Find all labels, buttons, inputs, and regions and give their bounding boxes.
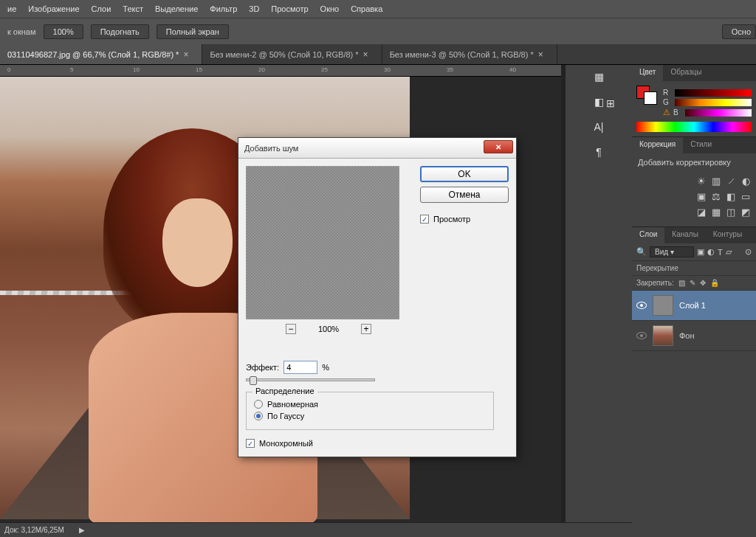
levels-icon[interactable]: ▥ [712,176,721,187]
close-icon[interactable]: × [363,49,368,60]
menu-item[interactable]: Справка [351,4,382,13]
filter-icon[interactable]: ▣ [697,247,704,257]
arrange-label: к окнам [7,27,36,36]
lock-pixels-icon[interactable]: ▨ [678,279,685,287]
tab-paths[interactable]: Контуры [706,227,749,243]
invert-icon[interactable]: ▣ [697,191,706,202]
r-slider[interactable] [675,89,752,97]
dialog-titlebar[interactable]: Добавить шум ✕ [238,138,516,159]
menu-item[interactable]: 3D [249,4,259,13]
ok-button[interactable]: OK [420,166,509,182]
exposure-icon[interactable]: ◐ [742,176,750,187]
curves-icon[interactable]: ⟋ [726,176,736,187]
filter-toggle[interactable]: ⊙ [745,247,752,257]
lock-brush-icon[interactable]: ✎ [690,279,695,287]
search-icon[interactable]: 🔍 [636,247,647,257]
tab-label: Без имени-2 @ 50% (Слой 10, RGB/8) * [210,50,358,59]
filter-icon[interactable]: ◐ [707,247,715,257]
tab-swatches[interactable]: Образцы [663,65,709,81]
lock-move-icon[interactable]: ✥ [700,279,706,287]
gradient-map-icon[interactable]: ▭ [741,191,750,202]
r-label: R [663,89,672,97]
b-label: B [673,108,682,117]
blend-mode-select[interactable]: Перекрытие [632,261,756,276]
zoom-in-button[interactable]: + [361,324,371,334]
monochrome-checkbox[interactable]: ✓ [246,439,255,448]
layer-thumbnail[interactable] [653,325,673,346]
menu-item[interactable]: ие [7,4,16,13]
lock-label: Закрепить: [636,279,674,287]
document-tabbar: 03110496827.jpg @ 66,7% (Слой 1, RGB/8#)… [0,44,756,65]
lookup-icon[interactable]: ▦ [712,207,721,218]
preview-checkbox[interactable]: ✓ [420,215,429,224]
menu-item[interactable]: Изображение [28,4,79,13]
tab-layers[interactable]: Слои [632,227,664,243]
amount-label: Эффект: [246,363,279,372]
fit-screen-button[interactable]: Подогнать [91,24,149,39]
lock-all-icon[interactable]: 🔒 [710,279,719,287]
menu-bar: ие Изображение Слои Текст Выделение Филь… [0,0,756,18]
essentials-button[interactable]: Осно [722,24,756,39]
amount-input[interactable] [284,361,317,374]
filter-icon[interactable]: T [718,248,723,257]
histogram-icon[interactable]: ▦ [590,69,608,84]
menu-item[interactable]: Выделение [155,4,198,13]
close-icon[interactable]: × [538,49,543,60]
menu-item[interactable]: Просмотр [271,4,308,13]
selective-icon[interactable]: ◪ [697,207,706,218]
layer-row[interactable]: Слой 1 [632,291,756,321]
menu-item[interactable]: Фильтр [210,4,237,13]
color-ramp[interactable] [636,122,752,132]
zoom-out-button[interactable]: − [286,324,296,334]
filter-kind-select[interactable]: Вид ▾ [650,246,694,257]
menu-item[interactable]: Текст [123,4,143,13]
amount-slider[interactable] [246,378,375,381]
zoom-pct-button[interactable]: 100% [44,24,83,39]
uniform-radio[interactable]: Равномерная [254,400,486,409]
threshold-icon[interactable]: ◧ [726,191,735,202]
full-screen-button[interactable]: Полный экран [157,24,229,39]
paragraph-icon[interactable]: ¶ [590,145,608,159]
visibility-icon[interactable] [636,302,647,309]
properties-icon[interactable]: ⊞ [602,96,619,111]
zoom-pct: 100% [318,325,339,333]
noise-preview[interactable] [246,166,399,319]
filter-icon[interactable]: ▱ [726,247,732,257]
menu-item[interactable]: Слои [92,4,111,13]
options-bar: к окнам 100% Подогнать Полный экран Осно [0,18,756,44]
g-slider[interactable] [675,99,752,106]
monochrome-label: Монохромный [259,439,313,448]
layer-row[interactable]: Фон [632,321,756,351]
add-adjustment-label: Добавить корректировку [638,158,750,167]
document-tab[interactable]: 03110496827.jpg @ 66,7% (Слой 1, RGB/8#)… [0,44,202,64]
gamut-warning-icon[interactable]: ⚠ [663,108,670,117]
layer-name[interactable]: Фон [679,331,695,340]
panel-dock: Цвет Образцы R G ⚠B Коррекция Стили [632,65,756,537]
layer-thumbnail[interactable] [653,295,673,316]
tab-adjustments[interactable]: Коррекция [632,137,683,153]
menu-item[interactable]: Окно [320,4,340,13]
layer-name[interactable]: Слой 1 [679,301,706,310]
close-button[interactable]: ✕ [484,140,513,153]
huesat-icon[interactable]: ◩ [741,207,750,218]
fg-bg-swatch[interactable] [636,86,657,105]
document-tab[interactable]: Без имени-3 @ 50% (Слой 1, RGB/8) * × [382,44,557,64]
posterize-icon[interactable]: ◫ [726,207,735,218]
b-slider[interactable] [685,109,752,117]
status-bar: Док: 3,12M/6,25M ▶ [0,522,632,537]
doc-size: Док: 3,12M/6,25M [4,526,64,534]
visibility-icon[interactable] [636,332,647,339]
distribution-group: Распределение Равномерная По Гауссу [246,392,494,430]
character-icon[interactable]: A| [590,119,608,134]
tab-color[interactable]: Цвет [632,65,663,81]
brightness-icon[interactable]: ☀ [697,176,706,187]
close-icon[interactable]: × [183,49,188,60]
tab-channels[interactable]: Каналы [664,227,706,243]
cancel-button[interactable]: Отмена [420,187,509,203]
balance-icon[interactable]: ⚖ [712,191,721,202]
pct-label: % [322,363,329,372]
gaussian-radio[interactable]: По Гауссу [254,412,486,420]
status-arrow-icon[interactable]: ▶ [79,526,85,534]
tab-styles[interactable]: Стили [683,137,719,153]
document-tab[interactable]: Без имени-2 @ 50% (Слой 10, RGB/8) * × [202,44,382,64]
